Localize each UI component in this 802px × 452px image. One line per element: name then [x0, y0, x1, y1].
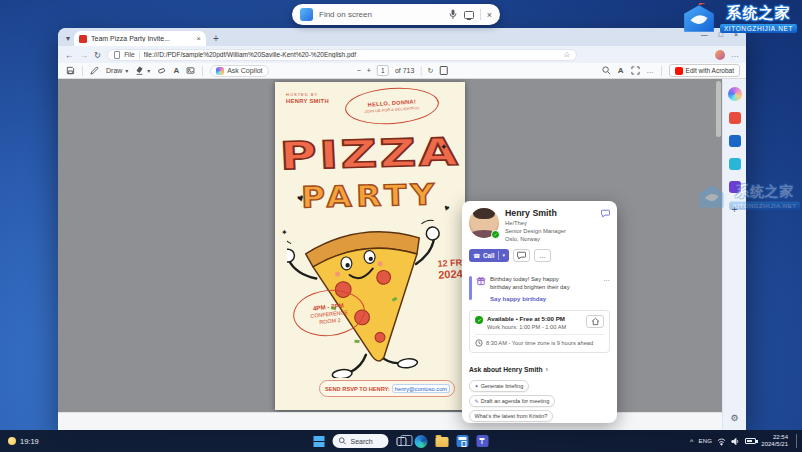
- tab-close-icon[interactable]: ×: [196, 34, 201, 43]
- say-happy-birthday-link[interactable]: Say happy birthday: [490, 295, 599, 303]
- document-icon: [114, 51, 120, 59]
- scrollbar-thumb[interactable]: [716, 81, 721, 137]
- new-tab-button[interactable]: +: [213, 33, 219, 44]
- birthday-more-icon[interactable]: …: [603, 275, 610, 303]
- watermark-faint: 系统之家 XITONGZHIJIA.NET: [698, 183, 800, 210]
- read-aloud-icon[interactable]: A: [618, 66, 624, 75]
- vertical-scrollbar[interactable]: [716, 81, 721, 410]
- ask-copilot-button[interactable]: Ask Copilot: [210, 65, 268, 77]
- microphone-icon[interactable]: [448, 9, 458, 20]
- save-icon[interactable]: [66, 66, 75, 75]
- desktop: Find on screen × ▾ Team Pizza Party Invi…: [0, 0, 802, 452]
- app-icon: [300, 8, 313, 21]
- task-view-button[interactable]: [397, 437, 407, 446]
- suggestion-chip[interactable]: What's the latest from Kristin?: [469, 410, 553, 422]
- divider: [82, 66, 83, 76]
- wifi-icon[interactable]: [717, 437, 726, 446]
- highlighter-icon[interactable]: [135, 66, 144, 75]
- tab-actions-icon[interactable]: ▾: [66, 34, 70, 43]
- taskbar-widget[interactable]: 19:19: [8, 430, 39, 452]
- suggestion-chip[interactable]: ✦ Generate briefing: [469, 380, 529, 392]
- volume-icon[interactable]: [731, 437, 740, 446]
- zoom-in-icon[interactable]: +: [367, 67, 371, 74]
- tray-clock[interactable]: 22:54 2024/5/21: [761, 434, 788, 448]
- avatar[interactable]: ✓: [469, 208, 499, 238]
- rsvp-label: SEND RSVP TO HENRY:: [325, 386, 390, 392]
- language-indicator[interactable]: ENG: [698, 438, 712, 444]
- copilot-sidebar-icon[interactable]: [728, 87, 742, 101]
- edit-with-acrobat-button[interactable]: Edit with Acrobat: [669, 64, 740, 77]
- favorite-icon[interactable]: ☆: [563, 50, 570, 59]
- sidebar-app-icon-blue[interactable]: [729, 135, 741, 147]
- address-bar[interactable]: File file:///D:/PDF/sample%20pdf/William…: [107, 49, 577, 61]
- share-screen-icon[interactable]: [464, 11, 474, 19]
- settings-more-icon[interactable]: …: [731, 50, 739, 59]
- rsvp-email-link[interactable]: henry@contoso.com: [393, 385, 449, 392]
- zoom-out-icon[interactable]: −: [357, 67, 361, 74]
- event-location-line2: ROOM 2: [319, 316, 341, 324]
- chat-button[interactable]: [513, 249, 530, 262]
- close-icon[interactable]: ×: [487, 10, 492, 20]
- pdf-favicon: [79, 35, 87, 43]
- more-icon[interactable]: …: [647, 67, 654, 74]
- ask-about-header[interactable]: Ask about Henry Smith ›: [469, 365, 610, 374]
- edge-icon[interactable]: [415, 435, 428, 448]
- highlighter-caret-icon[interactable]: ▾: [147, 67, 150, 74]
- find-on-screen-widget[interactable]: Find on screen ×: [292, 4, 500, 25]
- rsvp-banner: SEND RSVP TO HENRY: henry@contoso.com: [319, 380, 455, 397]
- availability-status: Available • Free at 5:00 PM: [487, 315, 582, 322]
- pdf-viewer[interactable]: HOSTED BY HENRY SMITH HELLO, DONNA! JOIN…: [58, 79, 722, 412]
- back-icon[interactable]: ←: [65, 50, 74, 60]
- search-icon[interactable]: [602, 66, 611, 75]
- show-desktop-button[interactable]: [796, 434, 798, 448]
- pizza-party-flyer-page: HOSTED BY HENRY SMITH HELLO, DONNA! JOIN…: [275, 82, 465, 410]
- refresh-icon[interactable]: ↻: [94, 50, 101, 60]
- watermark-logo: [698, 184, 726, 209]
- teams-icon[interactable]: [477, 435, 489, 447]
- chat-icon[interactable]: [601, 209, 610, 218]
- divider: [420, 66, 421, 76]
- file-explorer-icon[interactable]: [436, 437, 449, 447]
- pdf-bottom-strip: [58, 412, 722, 430]
- sidebar-app-icon-red[interactable]: [729, 112, 741, 124]
- draw-label[interactable]: Draw: [106, 67, 122, 74]
- fullscreen-icon[interactable]: [631, 66, 640, 75]
- add-text-icon[interactable]: A: [173, 66, 179, 75]
- taskbar-search[interactable]: Search: [333, 434, 389, 448]
- tray-date: 2024/5/21: [761, 441, 788, 448]
- fit-page-icon[interactable]: [439, 66, 447, 75]
- start-button[interactable]: [314, 436, 325, 447]
- sidebar-app-icon-teal[interactable]: [729, 158, 741, 170]
- suggestion-chip[interactable]: ✎ Draft an agenda for meeting: [469, 395, 555, 407]
- host-name: HENRY SMITH: [286, 98, 329, 104]
- battery-icon[interactable]: [745, 438, 756, 444]
- taskbar-center: Search: [314, 430, 489, 452]
- draw-pen-icon[interactable]: [90, 66, 99, 75]
- greeting-badge: HELLO, DONNA! JOIN US FOR A DELIGHTFUL: [344, 85, 440, 127]
- sparkle-decoration: ✦: [440, 142, 448, 152]
- eraser-icon[interactable]: [157, 66, 166, 75]
- divider: [475, 334, 604, 335]
- draw-caret-icon[interactable]: ▾: [125, 67, 128, 74]
- chat-bubble-icon: [517, 251, 526, 260]
- work-location-button[interactable]: [586, 315, 604, 328]
- profile-card-header: ✓ Henry Smith He/They Senior Design Mana…: [469, 208, 610, 242]
- more-button[interactable]: …: [534, 249, 551, 262]
- profile-job-title: Senior Design Manager: [505, 228, 610, 234]
- image-icon[interactable]: [186, 66, 195, 75]
- call-button[interactable]: ☎ Call ▾: [469, 249, 509, 262]
- call-options-caret-icon[interactable]: ▾: [503, 252, 506, 258]
- forward-icon[interactable]: →: [80, 50, 89, 60]
- chevron-right-icon[interactable]: ›: [546, 365, 549, 374]
- page-number-input[interactable]: 1: [377, 65, 389, 76]
- profile-identity: Henry Smith He/They Senior Design Manage…: [505, 208, 610, 242]
- tray-chevron-icon[interactable]: ^: [690, 438, 693, 445]
- sidebar-settings-icon[interactable]: ⚙: [730, 413, 738, 423]
- availability-section: ✓ Available • Free at 5:00 PM Work hours…: [469, 310, 610, 353]
- profile-avatar[interactable]: [715, 50, 725, 60]
- url-text: file:///D:/PDF/sample%20pdf/William%20Sa…: [144, 51, 560, 58]
- profile-pronouns: He/They: [505, 220, 610, 226]
- browser-tab[interactable]: Team Pizza Party Invite... ×: [74, 31, 206, 46]
- microsoft-store-icon[interactable]: [457, 435, 469, 447]
- rotate-icon[interactable]: ↻: [427, 67, 433, 75]
